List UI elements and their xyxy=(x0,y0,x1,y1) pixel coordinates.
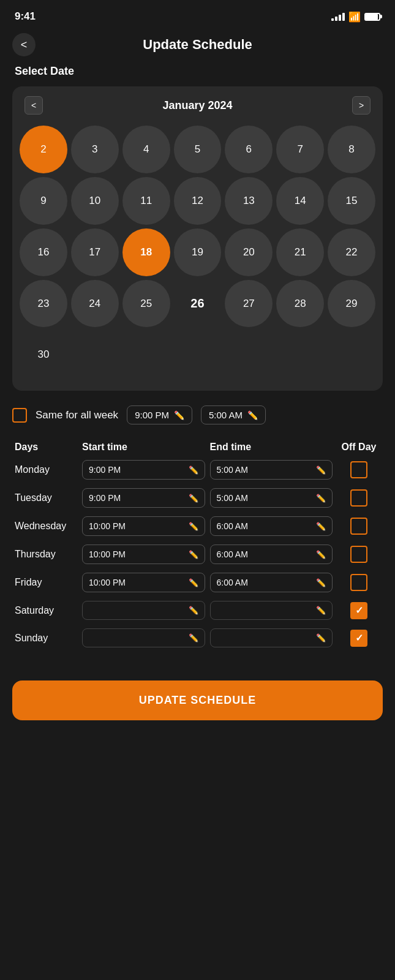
off-day-checkbox[interactable] xyxy=(350,574,367,591)
same-week-start-time[interactable]: 9:00 PM ✏️ xyxy=(127,405,192,424)
calendar-day[interactable]: 15 xyxy=(328,177,375,225)
status-bar: 9:41 📶 xyxy=(0,0,395,31)
start-time-input[interactable]: 10:00 PM✏️ xyxy=(82,573,205,592)
same-week-checkbox[interactable] xyxy=(12,408,27,423)
edit-icon: ✏️ xyxy=(316,606,326,615)
calendar-day xyxy=(122,331,170,379)
schedule-rows: Monday9:00 PM✏️5:00 AM✏️Tuesday9:00 PM✏️… xyxy=(12,460,383,647)
calendar-day[interactable]: 29 xyxy=(328,280,375,328)
calendar-day[interactable]: 4 xyxy=(122,126,170,173)
off-day-checkbox[interactable] xyxy=(350,518,367,535)
calendar-day[interactable]: 20 xyxy=(225,228,273,276)
start-time-input[interactable]: 10:00 PM✏️ xyxy=(82,516,205,536)
table-row: Sunday✏️✏️ xyxy=(12,628,383,647)
calendar-day[interactable]: 14 xyxy=(276,177,324,225)
calendar-day[interactable]: 9 xyxy=(20,177,67,225)
calendar-day[interactable]: 6 xyxy=(225,126,273,173)
calendar-day[interactable]: 10 xyxy=(71,177,119,225)
off-day-checkbox[interactable] xyxy=(350,602,367,619)
calendar-day[interactable]: 16 xyxy=(20,228,67,276)
edit-icon: ✏️ xyxy=(316,466,326,475)
start-time-input[interactable]: 10:00 PM✏️ xyxy=(82,545,205,564)
calendar-day[interactable]: 22 xyxy=(328,228,375,276)
calendar-day xyxy=(71,331,119,379)
start-time-value: 10:00 PM xyxy=(89,549,126,559)
status-icons: 📶 xyxy=(331,11,380,23)
select-date-label: Select Date xyxy=(15,65,383,78)
off-day-checkbox[interactable] xyxy=(350,630,367,647)
table-header: Days Start time End time Off Day xyxy=(12,442,383,453)
calendar-day[interactable]: 17 xyxy=(71,228,119,276)
calendar-day[interactable]: 27 xyxy=(225,280,273,328)
off-day-checkbox[interactable] xyxy=(350,489,367,507)
edit-icon: ✏️ xyxy=(316,633,326,643)
off-day-checkbox[interactable] xyxy=(350,461,367,478)
start-time-input[interactable]: ✏️ xyxy=(82,628,205,647)
end-time-input[interactable]: 6:00 AM✏️ xyxy=(210,516,333,536)
end-time-input[interactable]: 5:00 AM✏️ xyxy=(210,460,333,480)
calendar-day[interactable]: 28 xyxy=(276,280,324,328)
edit-icon: ✏️ xyxy=(189,466,198,475)
start-time-value: 9:00 PM xyxy=(89,493,121,503)
col-header-days: Days xyxy=(15,442,82,453)
edit-icon: ✏️ xyxy=(189,633,198,643)
edit-icon: ✏️ xyxy=(316,522,326,531)
calendar-day[interactable]: 13 xyxy=(225,177,273,225)
update-button-wrapper: UPDATE SCHEDULE xyxy=(0,668,395,739)
calendar-day[interactable]: 12 xyxy=(174,177,222,225)
day-name: Wednesday xyxy=(15,521,82,532)
calendar-day xyxy=(328,331,375,379)
end-time-value: 6:00 AM xyxy=(217,521,248,531)
edit-icon: ✏️ xyxy=(316,550,326,559)
table-row: Monday9:00 PM✏️5:00 AM✏️ xyxy=(12,460,383,480)
off-day-cell xyxy=(337,574,380,591)
day-name: Thursday xyxy=(15,549,82,560)
calendar-day[interactable]: 19 xyxy=(174,228,222,276)
end-time-input[interactable]: 5:00 AM✏️ xyxy=(210,488,333,508)
same-week-end-time-value: 5:00 AM xyxy=(209,410,243,420)
off-day-cell xyxy=(337,546,380,563)
calendar: < January 2024 > 23456789101112131415161… xyxy=(12,86,383,391)
same-week-label: Same for all week xyxy=(36,409,118,421)
end-time-input[interactable]: 6:00 AM✏️ xyxy=(210,573,333,592)
calendar-day[interactable]: 26 xyxy=(174,280,222,328)
col-header-end: End time xyxy=(210,442,338,453)
calendar-day[interactable]: 24 xyxy=(71,280,119,328)
calendar-day[interactable]: 2 xyxy=(20,126,67,173)
calendar-day[interactable]: 30 xyxy=(20,331,67,379)
edit-icon: ✏️ xyxy=(316,494,326,503)
end-time-input[interactable]: ✏️ xyxy=(210,628,333,647)
table-row: Thursday10:00 PM✏️6:00 AM✏️ xyxy=(12,545,383,564)
off-day-cell xyxy=(337,489,380,507)
calendar-day[interactable]: 11 xyxy=(122,177,170,225)
calendar-day[interactable]: 18 xyxy=(122,228,170,276)
calendar-day xyxy=(174,331,222,379)
calendar-prev-button[interactable]: < xyxy=(24,96,43,115)
calendar-day[interactable]: 23 xyxy=(20,280,67,328)
end-time-value: 5:00 AM xyxy=(217,493,248,503)
calendar-day[interactable]: 21 xyxy=(276,228,324,276)
update-schedule-button[interactable]: UPDATE SCHEDULE xyxy=(12,680,383,720)
start-time-input[interactable]: 9:00 PM✏️ xyxy=(82,488,205,508)
back-button[interactable]: < xyxy=(12,33,36,56)
calendar-day[interactable]: 8 xyxy=(328,126,375,173)
battery-icon xyxy=(364,13,380,21)
calendar-day[interactable]: 25 xyxy=(122,280,170,328)
end-time-input[interactable]: ✏️ xyxy=(210,601,333,620)
calendar-day[interactable]: 5 xyxy=(174,126,222,173)
edit-icon: ✏️ xyxy=(189,578,198,587)
start-time-input[interactable]: ✏️ xyxy=(82,601,205,620)
calendar-day[interactable]: 3 xyxy=(71,126,119,173)
calendar-day xyxy=(225,331,273,379)
start-time-input[interactable]: 9:00 PM✏️ xyxy=(82,460,205,480)
start-time-value: 10:00 PM xyxy=(89,521,126,531)
start-time-value: 9:00 PM xyxy=(89,465,121,475)
end-time-value: 6:00 AM xyxy=(217,549,248,559)
calendar-next-button[interactable]: > xyxy=(352,96,371,115)
calendar-header: < January 2024 > xyxy=(20,96,375,115)
end-time-input[interactable]: 6:00 AM✏️ xyxy=(210,545,333,564)
same-week-end-time[interactable]: 5:00 AM ✏️ xyxy=(201,405,266,424)
off-day-checkbox[interactable] xyxy=(350,546,367,563)
header: < Update Schedule xyxy=(0,31,395,65)
calendar-day[interactable]: 7 xyxy=(276,126,324,173)
